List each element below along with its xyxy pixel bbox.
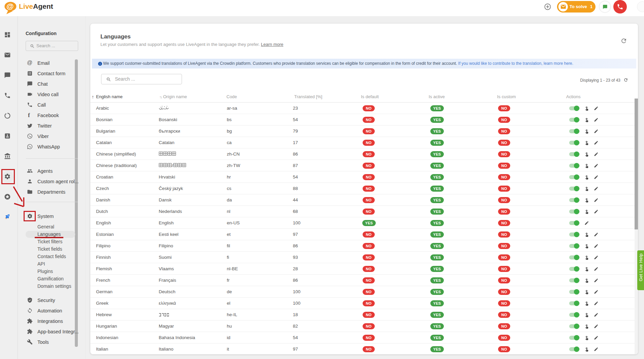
svg-text:@: @ xyxy=(6,2,13,10)
